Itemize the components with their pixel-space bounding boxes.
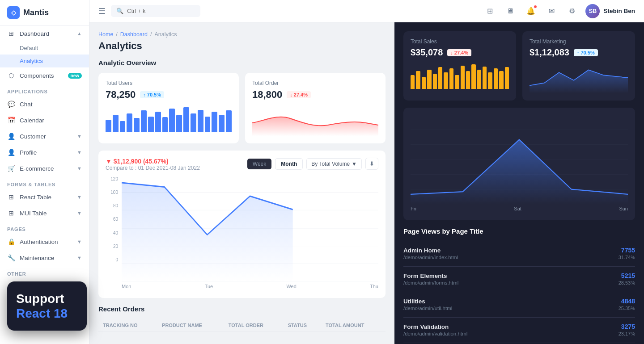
pv-path: /demo/admin/index.html: [403, 255, 458, 260]
total-marketing-card: Total Marketing $1,12,083 ↑ 70.5%: [522, 31, 635, 101]
total-sales-label: Total Sales: [411, 38, 509, 45]
sidebar-item-components[interactable]: ⬡ Components new: [0, 67, 89, 84]
total-sales-badge: ↓ 27.4%: [447, 49, 471, 56]
page-view-item: Utilities 4848 /demo/admin/util.html 25.…: [403, 292, 635, 318]
page-views-section: Page Views by Page Title Admin Home 7755…: [403, 227, 635, 344]
support-react-popup[interactable]: Support React 18: [7, 281, 87, 331]
breadcrumb-dashboard[interactable]: Dashboard: [120, 31, 148, 38]
bar: [499, 71, 503, 89]
total-users-badge: ↑ 70.5%: [140, 91, 164, 98]
page-title: Analytics: [98, 40, 386, 52]
dark-income-chart: Fri Sat Sun: [403, 108, 635, 220]
customer-icon: 👤: [7, 132, 15, 140]
topbar-actions: ⊞ 🖥 🔔 ✉ ⚙ SB Stebin Ben: [483, 4, 635, 18]
col-product: PRODUCT NAME: [157, 319, 224, 332]
bar: [466, 71, 470, 89]
col-amount: TOTAL AMOUNT: [321, 319, 386, 332]
mail-icon-button[interactable]: ✉: [544, 4, 559, 18]
sidebar-item-react-table[interactable]: ⊞ React Table ▼: [0, 189, 89, 205]
sidebar-item-ecommerce[interactable]: 🛒 E-commerce ▼: [0, 160, 89, 176]
income-value: ▼ $1,12,900 (45.67%): [106, 158, 200, 165]
bar: [422, 77, 426, 89]
total-marketing-badge: ↑ 70.5%: [574, 49, 598, 56]
bar: [134, 118, 140, 132]
bar: [438, 67, 442, 89]
bar: [162, 117, 168, 132]
arrow-up-icon: ↑: [143, 92, 146, 97]
chat-icon: 💬: [7, 100, 15, 108]
total-users-card: Total Users 78,250 ↑ 70.5%: [98, 73, 239, 143]
calendar-icon: 📅: [7, 116, 15, 124]
recent-orders-section: Recent Orders TRACKING NO PRODUCT NAME T…: [98, 305, 386, 332]
chevron-down-icon: ▼: [352, 161, 357, 167]
support-title-line2: React 18: [16, 306, 78, 321]
total-order-card: Total Order 18,800 ↓ 27.4%: [245, 73, 386, 143]
sidebar-item-dashboard[interactable]: ⊞ Dashboard ▲: [0, 25, 89, 42]
bar: [494, 68, 498, 89]
col-status: STATUS: [284, 319, 321, 332]
page-view-item: Form Elements 5215 /demo/admin/forms.htm…: [403, 267, 635, 292]
app-logo[interactable]: ◇ Mantis: [0, 0, 89, 25]
bar: [169, 109, 175, 132]
notification-bell-button[interactable]: 🔔: [524, 4, 538, 18]
bar: [433, 74, 437, 89]
sidebar-item-profile[interactable]: 👤 Profile ▼: [0, 144, 89, 160]
pv-count: 7755: [621, 247, 635, 254]
orders-table: TRACKING NO PRODUCT NAME TOTAL ORDER STA…: [98, 319, 386, 332]
section-other: Other: [0, 266, 89, 278]
recent-orders-title: Recent Orders: [98, 305, 386, 313]
logo-icon: ◇: [7, 6, 20, 19]
grid-icon-button[interactable]: ⊞: [483, 4, 497, 18]
chevron-down-icon: ▼: [77, 194, 82, 200]
light-stats-row: Total Users 78,250 ↑ 70.5% Total Order: [98, 73, 386, 143]
bar: [148, 117, 154, 132]
sidebar-item-mui-table[interactable]: ⊞ MUI Table ▼: [0, 205, 89, 221]
bar: [416, 71, 420, 89]
sidebar-dashboard-label: Dashboard: [20, 30, 49, 37]
monitor-icon-button[interactable]: 🖥: [503, 4, 517, 18]
col-tracking: TRACKING NO: [98, 319, 157, 332]
search-input[interactable]: [127, 8, 181, 14]
sidebar-item-customer[interactable]: 👤 Customer ▼: [0, 128, 89, 144]
week-button[interactable]: Week: [247, 159, 271, 169]
bar: [455, 75, 459, 89]
search-bar[interactable]: 🔍: [111, 5, 200, 17]
sidebar-item-analytics[interactable]: Analytics: [0, 55, 89, 67]
income-overview-card: ▼ $1,12,900 (45.67%) Compare to : 01 Dec…: [98, 151, 386, 298]
breadcrumb-home[interactable]: Home: [98, 31, 113, 38]
order-area-chart: [252, 105, 378, 136]
chevron-up-icon: ▲: [77, 31, 82, 36]
user-name-label: Stebin Ben: [603, 8, 635, 14]
dark-stats-row: Total Sales $35,078 ↓ 27.4% Total Market…: [403, 31, 635, 101]
profile-icon: 👤: [7, 148, 15, 156]
volume-dropdown[interactable]: By Total Volume ▼: [306, 158, 362, 170]
bar: [219, 115, 225, 132]
content-area: Home / Dashboard / Analytics Analytics A…: [89, 22, 644, 344]
ecommerce-icon: 🛒: [7, 164, 15, 172]
month-button[interactable]: Month: [275, 158, 303, 170]
menu-toggle-button[interactable]: ☰: [98, 6, 106, 16]
total-marketing-label: Total Marketing: [530, 38, 628, 45]
sidebar-item-default[interactable]: Default: [0, 42, 89, 55]
bar: [183, 107, 189, 132]
download-button[interactable]: ⬇: [365, 158, 378, 170]
total-order-value: 18,800: [252, 89, 282, 101]
dark-x-labels: Fri Sat Sun: [411, 204, 628, 213]
sidebar-item-authentication[interactable]: 🔒 Authentication ▼: [0, 234, 89, 250]
settings-icon-button[interactable]: ⚙: [565, 4, 579, 18]
sidebar-item-chat[interactable]: 💬 Chat: [0, 96, 89, 112]
bar: [483, 67, 487, 89]
bar: [113, 115, 119, 132]
user-avatar: SB: [585, 4, 600, 18]
section-pages: Pages: [0, 221, 89, 234]
sidebar-item-calendar[interactable]: 📅 Calendar: [0, 112, 89, 128]
notification-badge: [534, 5, 537, 8]
bar: [444, 72, 448, 89]
bar: [120, 121, 126, 132]
total-sales-value: $35,078: [411, 47, 443, 58]
breadcrumb-current: Analytics: [154, 31, 177, 38]
sidebar-item-maintenance[interactable]: 🔧 Maintenance ▼: [0, 250, 89, 266]
dark-panel: Total Sales $35,078 ↓ 27.4% Total Market…: [394, 22, 644, 344]
user-profile-button[interactable]: SB Stebin Ben: [585, 4, 635, 18]
bar: [127, 113, 132, 132]
